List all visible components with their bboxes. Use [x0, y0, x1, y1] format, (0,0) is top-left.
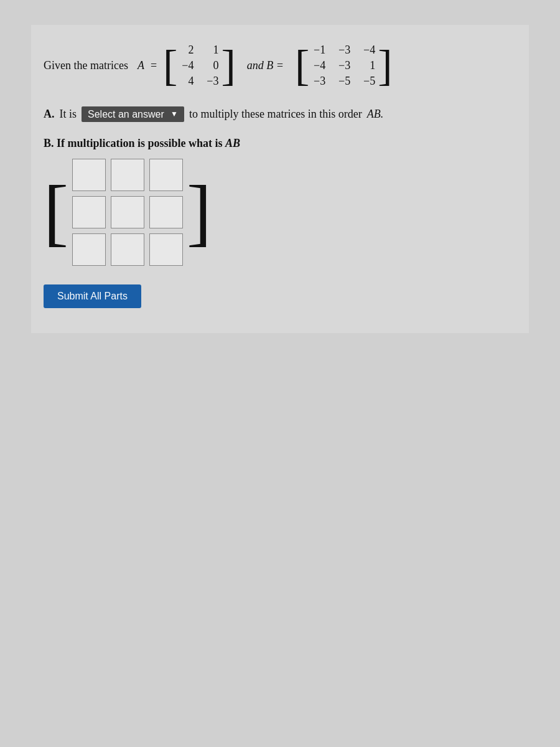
part-a-text-before: It is — [60, 108, 77, 121]
input-bracket-left: [ — [44, 175, 68, 250]
input-cell-00[interactable] — [72, 159, 106, 191]
matrix-inputs-grid — [72, 159, 183, 266]
cell-B-12: 1 — [362, 59, 375, 72]
input-cell-22[interactable] — [149, 233, 183, 266]
input-cell-11[interactable] — [111, 196, 144, 228]
part-b-AB: AB — [225, 137, 240, 149]
select-answer-container[interactable]: Select an answer possible not possible ▼ — [82, 106, 184, 122]
part-b-letter: B. — [44, 137, 54, 149]
matrix-B: [ −1 −3 −4 −4 −3 1 −3 −5 −5 ] — [295, 44, 393, 88]
cell-B-22: −5 — [362, 75, 375, 88]
cell-A-20: 4 — [180, 75, 194, 88]
input-cell-10[interactable] — [72, 196, 106, 228]
equals-a: = — [151, 59, 157, 72]
input-cell-01[interactable] — [111, 159, 144, 191]
cell-B-10: −4 — [312, 59, 325, 72]
input-cell-02[interactable] — [149, 159, 183, 191]
cell-B-11: −3 — [337, 59, 350, 72]
cell-B-21: −5 — [337, 75, 350, 88]
cell-B-01: −3 — [337, 44, 350, 57]
part-b-label: B. If multiplication is possible what is… — [44, 137, 516, 150]
bracket-B-left: [ — [295, 44, 309, 88]
matrix-a-label: A — [138, 59, 144, 72]
bracket-A-left: [ — [163, 44, 177, 88]
part-b-text: If multiplication is possible what is — [57, 137, 223, 149]
part-b: B. If multiplication is possible what is… — [44, 137, 516, 266]
input-cell-20[interactable] — [72, 233, 106, 266]
matrices-row: Given the matrices A = [ 2 1 −4 0 4 −3 ]… — [44, 44, 516, 88]
input-bracket-right: ] — [187, 175, 212, 250]
input-cell-21[interactable] — [111, 233, 144, 266]
matrix-A-content: 2 1 −4 0 4 −3 — [180, 44, 218, 88]
chevron-down-icon: ▼ — [170, 110, 178, 119]
cell-A-00: 2 — [180, 44, 194, 57]
and-B-label: and B = — [247, 59, 284, 72]
input-cell-12[interactable] — [149, 196, 183, 228]
bracket-A-right: ] — [221, 44, 235, 88]
cell-A-10: −4 — [180, 59, 194, 72]
matrix-B-content: −1 −3 −4 −4 −3 1 −3 −5 −5 — [312, 44, 375, 88]
bracket-B-right: ] — [378, 44, 392, 88]
part-a-AB: AB. — [367, 108, 384, 121]
part-a: A. It is Select an answer possible not p… — [44, 106, 516, 122]
part-a-text-after: to multiply these matrices in this order — [189, 108, 362, 121]
cell-A-21: −3 — [205, 75, 218, 88]
cell-B-02: −4 — [362, 44, 375, 57]
cell-A-11: 0 — [205, 59, 218, 72]
select-answer-dropdown[interactable]: Select an answer possible not possible — [88, 109, 167, 120]
matrix-input-wrapper: [ ] — [44, 159, 212, 266]
cell-A-01: 1 — [205, 44, 218, 57]
part-a-label: A. — [44, 108, 55, 121]
given-text: Given the matrices — [44, 59, 128, 72]
matrix-A: [ 2 1 −4 0 4 −3 ] — [163, 44, 236, 88]
cell-B-20: −3 — [312, 75, 325, 88]
cell-B-00: −1 — [312, 44, 325, 57]
submit-all-parts-button[interactable]: Submit All Parts — [44, 284, 141, 308]
problem-container: Given the matrices A = [ 2 1 −4 0 4 −3 ]… — [31, 25, 529, 333]
